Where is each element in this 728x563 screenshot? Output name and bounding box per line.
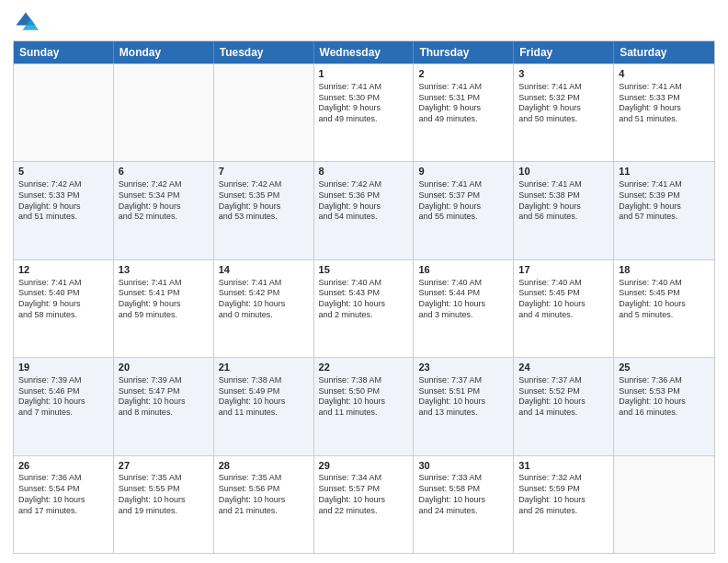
day-number: 20 [119,361,209,374]
cal-row-4: 19Sunrise: 7:39 AM Sunset: 5:46 PM Dayli… [14,357,714,454]
cal-cell-day-6: 6Sunrise: 7:42 AM Sunset: 5:34 PM Daylig… [114,162,214,259]
day-number: 13 [119,263,209,277]
cal-cell-day-28: 28Sunrise: 7:35 AM Sunset: 5:56 PM Dayli… [214,456,314,553]
cell-info-text: Sunrise: 7:40 AM Sunset: 5:43 PM Dayligh… [319,278,409,321]
cal-cell-empty-0-2 [214,64,314,161]
cal-cell-day-23: 23Sunrise: 7:37 AM Sunset: 5:51 PM Dayli… [414,358,514,454]
calendar: SundayMondayTuesdayWednesdayThursdayFrid… [13,40,715,554]
day-number: 7 [219,165,309,178]
cell-info-text: Sunrise: 7:41 AM Sunset: 5:39 PM Dayligh… [619,179,710,223]
day-number: 23 [418,361,508,374]
day-number: 3 [518,67,609,81]
day-number: 10 [518,165,609,178]
cell-info-text: Sunrise: 7:40 AM Sunset: 5:45 PM Dayligh… [518,278,609,321]
cal-cell-empty-4-6 [614,456,714,553]
cal-cell-day-31: 31Sunrise: 7:32 AM Sunset: 5:59 PM Dayli… [514,456,614,553]
cell-info-text: Sunrise: 7:36 AM Sunset: 5:54 PM Dayligh… [18,473,108,516]
cell-info-text: Sunrise: 7:38 AM Sunset: 5:49 PM Dayligh… [219,375,309,419]
day-number: 30 [418,459,508,473]
cal-header-sunday: Sunday [14,41,114,63]
cal-cell-day-10: 10Sunrise: 7:41 AM Sunset: 5:38 PM Dayli… [514,162,614,259]
cell-info-text: Sunrise: 7:42 AM Sunset: 5:34 PM Dayligh… [119,179,209,223]
cell-info-text: Sunrise: 7:41 AM Sunset: 5:37 PM Dayligh… [418,179,508,223]
cell-info-text: Sunrise: 7:42 AM Sunset: 5:35 PM Dayligh… [219,179,309,223]
cal-cell-day-14: 14Sunrise: 7:41 AM Sunset: 5:42 PM Dayli… [214,260,314,357]
day-number: 19 [18,361,108,374]
cal-cell-day-5: 5Sunrise: 7:42 AM Sunset: 5:33 PM Daylig… [14,162,114,259]
cal-cell-day-17: 17Sunrise: 7:40 AM Sunset: 5:45 PM Dayli… [514,260,614,357]
day-number: 28 [219,459,309,473]
day-number: 29 [319,459,409,473]
cal-cell-day-15: 15Sunrise: 7:40 AM Sunset: 5:43 PM Dayli… [314,260,415,357]
day-number: 5 [18,165,108,178]
cell-info-text: Sunrise: 7:35 AM Sunset: 5:55 PM Dayligh… [119,473,209,516]
cell-info-text: Sunrise: 7:40 AM Sunset: 5:44 PM Dayligh… [418,278,508,321]
day-number: 11 [619,165,710,178]
cell-info-text: Sunrise: 7:37 AM Sunset: 5:52 PM Dayligh… [518,375,609,419]
cell-info-text: Sunrise: 7:34 AM Sunset: 5:57 PM Dayligh… [319,473,409,516]
cal-header-tuesday: Tuesday [214,41,314,63]
calendar-header-row: SundayMondayTuesdayWednesdayThursdayFrid… [14,41,714,63]
cal-cell-day-25: 25Sunrise: 7:36 AM Sunset: 5:53 PM Dayli… [614,358,714,454]
cal-cell-day-30: 30Sunrise: 7:33 AM Sunset: 5:58 PM Dayli… [414,456,514,553]
cell-info-text: Sunrise: 7:41 AM Sunset: 5:31 PM Dayligh… [418,82,508,125]
cal-cell-day-29: 29Sunrise: 7:34 AM Sunset: 5:57 PM Dayli… [314,456,415,553]
cell-info-text: Sunrise: 7:41 AM Sunset: 5:32 PM Dayligh… [518,82,609,125]
day-number: 1 [319,67,409,81]
cal-cell-day-2: 2Sunrise: 7:41 AM Sunset: 5:31 PM Daylig… [414,64,514,161]
cell-info-text: Sunrise: 7:35 AM Sunset: 5:56 PM Dayligh… [219,473,309,516]
day-number: 18 [619,263,710,277]
day-number: 15 [319,263,409,277]
cal-row-1: 1Sunrise: 7:41 AM Sunset: 5:30 PM Daylig… [14,63,714,161]
cell-info-text: Sunrise: 7:33 AM Sunset: 5:58 PM Dayligh… [418,473,508,516]
day-number: 2 [418,67,508,81]
day-number: 26 [18,459,108,473]
day-number: 8 [319,165,409,178]
cell-info-text: Sunrise: 7:41 AM Sunset: 5:33 PM Dayligh… [619,82,710,125]
cal-cell-day-4: 4Sunrise: 7:41 AM Sunset: 5:33 PM Daylig… [614,64,714,161]
cal-row-5: 26Sunrise: 7:36 AM Sunset: 5:54 PM Dayli… [14,455,714,553]
cal-cell-empty-0-0 [14,64,114,161]
cell-info-text: Sunrise: 7:41 AM Sunset: 5:41 PM Dayligh… [119,278,209,321]
day-number: 12 [18,263,108,277]
cell-info-text: Sunrise: 7:41 AM Sunset: 5:42 PM Dayligh… [219,278,309,321]
cal-header-monday: Monday [114,41,214,63]
cell-info-text: Sunrise: 7:41 AM Sunset: 5:30 PM Dayligh… [319,82,409,125]
cal-cell-day-24: 24Sunrise: 7:37 AM Sunset: 5:52 PM Dayli… [514,358,614,454]
day-number: 16 [418,263,508,277]
day-number: 4 [619,67,710,81]
cal-cell-day-16: 16Sunrise: 7:40 AM Sunset: 5:44 PM Dayli… [414,260,514,357]
cal-cell-day-7: 7Sunrise: 7:42 AM Sunset: 5:35 PM Daylig… [214,162,314,259]
logo-icon [13,9,39,35]
cell-info-text: Sunrise: 7:41 AM Sunset: 5:38 PM Dayligh… [518,179,609,223]
cell-info-text: Sunrise: 7:42 AM Sunset: 5:33 PM Dayligh… [18,179,108,223]
day-number: 24 [518,361,609,374]
cell-info-text: Sunrise: 7:39 AM Sunset: 5:46 PM Dayligh… [18,375,108,419]
cell-info-text: Sunrise: 7:42 AM Sunset: 5:36 PM Dayligh… [319,179,409,223]
cell-info-text: Sunrise: 7:38 AM Sunset: 5:50 PM Dayligh… [319,375,409,419]
cell-info-text: Sunrise: 7:40 AM Sunset: 5:45 PM Dayligh… [619,278,710,321]
day-number: 22 [319,361,409,374]
day-number: 27 [119,459,209,473]
cal-cell-day-13: 13Sunrise: 7:41 AM Sunset: 5:41 PM Dayli… [114,260,214,357]
cal-cell-day-8: 8Sunrise: 7:42 AM Sunset: 5:36 PM Daylig… [314,162,415,259]
cell-info-text: Sunrise: 7:39 AM Sunset: 5:47 PM Dayligh… [119,375,209,419]
cal-cell-day-27: 27Sunrise: 7:35 AM Sunset: 5:55 PM Dayli… [114,456,214,553]
day-number: 14 [219,263,309,277]
cal-cell-day-1: 1Sunrise: 7:41 AM Sunset: 5:30 PM Daylig… [314,64,415,161]
cal-cell-day-20: 20Sunrise: 7:39 AM Sunset: 5:47 PM Dayli… [114,358,214,454]
cal-row-2: 5Sunrise: 7:42 AM Sunset: 5:33 PM Daylig… [14,161,714,259]
cal-cell-day-12: 12Sunrise: 7:41 AM Sunset: 5:40 PM Dayli… [14,260,114,357]
day-number: 17 [518,263,609,277]
cell-info-text: Sunrise: 7:36 AM Sunset: 5:53 PM Dayligh… [619,375,710,419]
cal-header-saturday: Saturday [614,41,714,63]
cal-cell-day-11: 11Sunrise: 7:41 AM Sunset: 5:39 PM Dayli… [614,162,714,259]
day-number: 9 [418,165,508,178]
day-number: 21 [219,361,309,374]
cal-cell-day-22: 22Sunrise: 7:38 AM Sunset: 5:50 PM Dayli… [314,358,415,454]
day-number: 6 [119,165,209,178]
cell-info-text: Sunrise: 7:32 AM Sunset: 5:59 PM Dayligh… [518,473,609,516]
cal-cell-day-19: 19Sunrise: 7:39 AM Sunset: 5:46 PM Dayli… [14,358,114,454]
cal-cell-day-26: 26Sunrise: 7:36 AM Sunset: 5:54 PM Dayli… [14,456,114,553]
cal-cell-day-3: 3Sunrise: 7:41 AM Sunset: 5:32 PM Daylig… [514,64,614,161]
